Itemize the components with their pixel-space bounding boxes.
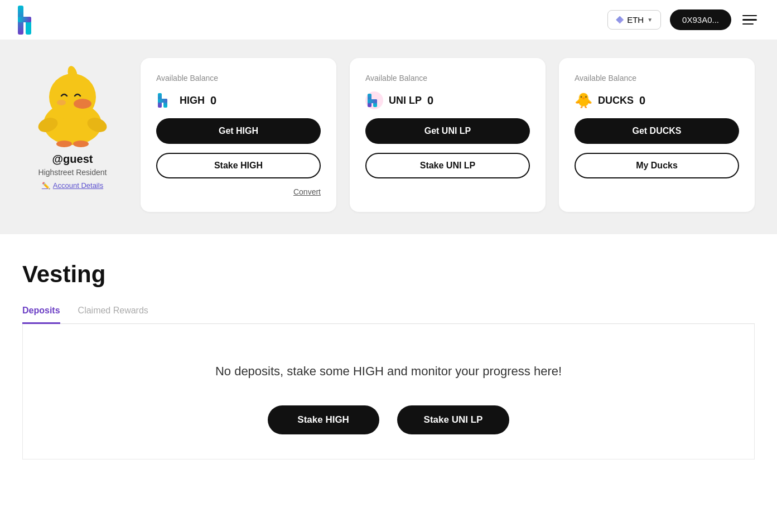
hamburger-line-2 [742, 19, 757, 21]
high-token-icon [156, 91, 174, 109]
pencil-icon: ✏️ [42, 182, 50, 190]
vesting-section: Vesting Deposits Claimed Rewards No depo… [0, 234, 777, 460]
stake-high-button[interactable]: Stake HIGH [156, 153, 321, 178]
tab-deposits[interactable]: Deposits [22, 306, 60, 324]
hamburger-menu[interactable] [740, 13, 759, 27]
no-deposits-message: No deposits, stake some HIGH and monitor… [36, 346, 741, 405]
bottom-buttons: Stake HIGH Stake UNI LP [36, 405, 741, 441]
account-details-link[interactable]: ✏️ Account Details [42, 181, 103, 190]
hamburger-line-1 [742, 15, 757, 17]
avatar [28, 58, 117, 147]
header-right: ETH ▼ 0X93A0... [607, 9, 759, 30]
hamburger-line-3 [742, 23, 754, 25]
ducks-balance-card: Available Balance 🐥 DUCKS 0 Get DUCKS My… [559, 58, 755, 212]
account-details-label: Account Details [53, 181, 103, 190]
tab-claimed-rewards[interactable]: Claimed Rewards [78, 306, 148, 324]
eth-selector[interactable]: ETH ▼ [607, 10, 661, 30]
get-ducks-button[interactable]: Get DUCKS [575, 118, 739, 144]
svg-rect-18 [368, 99, 377, 103]
vesting-title: Vesting [22, 261, 755, 288]
svg-point-10 [56, 141, 72, 147]
svg-point-5 [74, 99, 91, 109]
chevron-down-icon: ▼ [647, 17, 653, 23]
unilp-token-name: UNI LP [389, 95, 422, 107]
high-balance-label: Available Balance [156, 74, 321, 83]
ducks-balance-label: Available Balance [575, 74, 739, 83]
stake-unilp-button[interactable]: Stake UNI LP [365, 153, 530, 178]
high-amount: 0 [210, 94, 216, 107]
logo-icon [18, 6, 38, 35]
unilp-balance-card: Available Balance [350, 58, 546, 212]
tab-content-deposits: No deposits, stake some HIGH and monitor… [22, 324, 755, 460]
user-role: Highstreet Resident [38, 168, 107, 177]
high-balance-card: Available Balance [141, 58, 336, 212]
tabs-container: Deposits Claimed Rewards [22, 306, 755, 324]
stake-high-bottom-button[interactable]: Stake HIGH [268, 405, 379, 434]
unilp-balance-label: Available Balance [365, 74, 530, 83]
my-ducks-button[interactable]: My Ducks [575, 153, 739, 178]
eth-diamond-icon [616, 16, 624, 24]
profile-section: @guest Highstreet Resident ✏️ Account De… [0, 40, 777, 234]
ducks-amount: 0 [639, 94, 645, 107]
stake-unilp-bottom-button[interactable]: Stake UNI LP [397, 405, 510, 434]
ducks-token-icon: 🐥 [575, 91, 592, 109]
unilp-token-row: UNI LP 0 [365, 91, 530, 109]
get-unilp-button[interactable]: Get UNI LP [365, 118, 530, 144]
eth-label: ETH [627, 15, 644, 25]
wallet-button[interactable]: 0X93A0... [670, 9, 731, 30]
high-token-name: HIGH [180, 95, 205, 107]
svg-point-11 [73, 141, 89, 147]
svg-rect-2 [18, 17, 31, 22]
username: @guest [52, 153, 93, 166]
convert-link[interactable]: Convert [156, 187, 321, 196]
unilp-amount: 0 [427, 94, 433, 107]
logo [18, 6, 38, 35]
profile-left: @guest Highstreet Resident ✏️ Account De… [22, 58, 123, 190]
header: ETH ▼ 0X93A0... [0, 0, 777, 40]
unilp-token-icon [365, 91, 383, 109]
get-high-button[interactable]: Get HIGH [156, 118, 321, 144]
svg-rect-14 [158, 99, 167, 103]
high-token-row: HIGH 0 [156, 91, 321, 109]
ducks-token-name: DUCKS [598, 95, 634, 107]
ducks-token-row: 🐥 DUCKS 0 [575, 91, 739, 109]
balance-cards: Available Balance [141, 58, 755, 212]
svg-point-6 [57, 100, 66, 105]
